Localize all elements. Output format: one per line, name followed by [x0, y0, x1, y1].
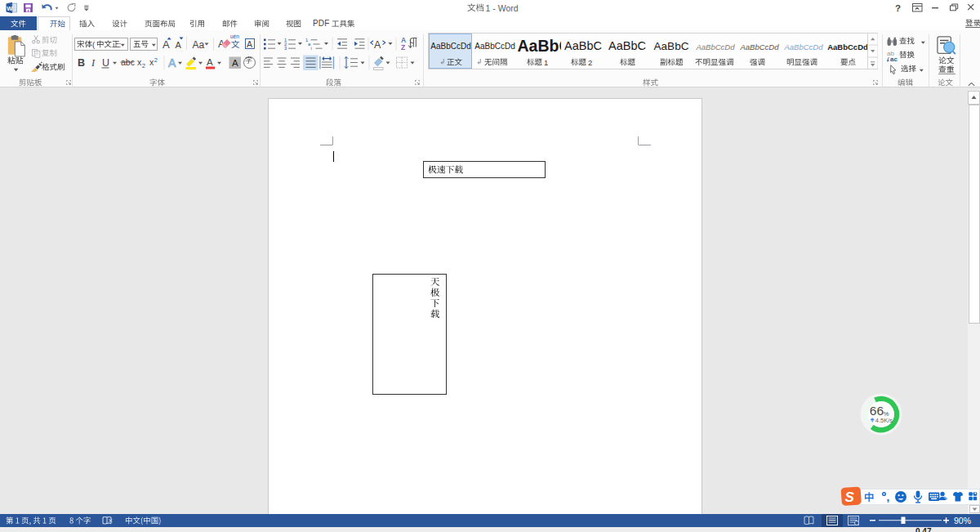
svg-text:4.5K/s: 4.5K/s [875, 417, 893, 424]
svg-text:2: 2 [154, 56, 158, 64]
svg-text:A: A [168, 56, 176, 69]
svg-text:B: B [78, 57, 85, 69]
svg-text:I: I [91, 57, 96, 69]
svg-text:ac: ac [890, 56, 898, 62]
svg-text:S: S [845, 490, 855, 505]
svg-text:W: W [7, 5, 13, 12]
svg-text:2: 2 [142, 62, 145, 69]
svg-text:A: A [232, 58, 238, 68]
svg-text:Z: Z [401, 43, 405, 51]
svg-text:A: A [176, 40, 182, 50]
svg-text:A: A [374, 39, 381, 51]
svg-text:,: , [887, 491, 890, 503]
svg-text:A: A [207, 57, 213, 67]
svg-text:A: A [163, 38, 170, 51]
svg-text:90%: 90% [954, 516, 971, 525]
svg-text:A: A [247, 39, 252, 49]
svg-text:?: ? [895, 3, 901, 13]
svg-text:i: i [311, 46, 312, 51]
svg-text:Aa: Aa [193, 39, 205, 51]
svg-text:U: U [102, 57, 109, 69]
svg-text:66: 66 [870, 404, 884, 418]
svg-text:3: 3 [284, 46, 287, 51]
